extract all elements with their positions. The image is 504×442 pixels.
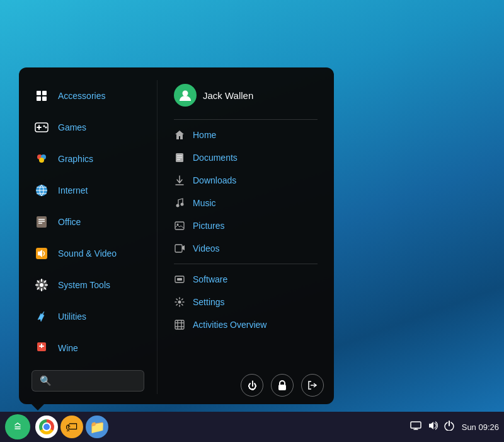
svg-point-22 bbox=[40, 283, 43, 287]
svg-point-39 bbox=[178, 301, 181, 304]
menu-item-wine[interactable]: Wine bbox=[25, 332, 151, 364]
separator-2 bbox=[174, 264, 318, 264]
svg-rect-45 bbox=[278, 385, 286, 390]
music-icon bbox=[173, 196, 186, 210]
search-bar[interactable]: 🔍 bbox=[32, 370, 144, 392]
menu-right-panel: Jack Wallen HomeDocumentsDownloadsMusicP… bbox=[158, 80, 334, 394]
svg-point-8 bbox=[45, 127, 47, 129]
systemtools-label: System Tools bbox=[58, 280, 110, 290]
music-label: Music bbox=[193, 198, 216, 208]
place-documents[interactable]: Documents bbox=[168, 146, 324, 169]
office-icon bbox=[32, 212, 52, 232]
settings-icon bbox=[173, 295, 186, 309]
search-icon: 🔍 bbox=[40, 375, 52, 387]
activities-label: Activities Overview bbox=[193, 320, 266, 330]
svg-rect-2 bbox=[37, 96, 41, 101]
svg-rect-40 bbox=[175, 320, 184, 329]
user-name: Jack Wallen bbox=[203, 90, 253, 101]
activities-icon bbox=[173, 318, 186, 332]
games-icon bbox=[32, 117, 52, 137]
software-icon bbox=[173, 272, 186, 286]
logout-button[interactable] bbox=[301, 374, 324, 397]
menu-left-panel: AccessoriesGamesGraphicsInternetOfficeSo… bbox=[19, 80, 158, 394]
videos-label: Videos bbox=[193, 243, 220, 253]
menu-item-graphics[interactable]: Graphics bbox=[25, 143, 151, 175]
internet-label: Internet bbox=[58, 185, 88, 195]
clock: Sun 09:26 bbox=[462, 422, 499, 432]
app-menu: AccessoriesGamesGraphicsInternetOfficeSo… bbox=[19, 67, 334, 404]
svg-rect-16 bbox=[37, 216, 47, 228]
home-icon bbox=[173, 128, 186, 142]
sound-label: Sound & Video bbox=[58, 248, 117, 259]
system-settings[interactable]: Settings bbox=[168, 291, 324, 313]
svg-rect-3 bbox=[42, 96, 47, 101]
start-button[interactable] bbox=[5, 414, 30, 439]
power-buttons: ⏻ bbox=[241, 374, 324, 397]
svg-rect-0 bbox=[37, 91, 41, 95]
documents-label: Documents bbox=[193, 153, 238, 163]
office-label: Office bbox=[58, 217, 81, 227]
place-pictures[interactable]: Pictures bbox=[168, 214, 324, 237]
taskbar: 🏷 📁 bbox=[0, 412, 504, 442]
power-button[interactable]: ⏻ bbox=[241, 374, 263, 397]
volume-icon[interactable] bbox=[428, 421, 438, 433]
graphics-label: Graphics bbox=[58, 154, 93, 164]
avatar bbox=[174, 84, 197, 107]
accessories-icon bbox=[32, 86, 52, 106]
svg-rect-34 bbox=[175, 222, 184, 230]
menu-tail bbox=[32, 404, 44, 410]
screen-icon[interactable] bbox=[410, 421, 421, 433]
systemtools-icon bbox=[32, 275, 52, 295]
menu-item-utilities[interactable]: Utilities bbox=[25, 301, 151, 332]
user-section[interactable]: Jack Wallen bbox=[168, 80, 324, 115]
taskbar-store[interactable]: 🏷 bbox=[60, 416, 83, 438]
place-music[interactable]: Music bbox=[168, 192, 324, 214]
system-tray bbox=[410, 421, 454, 433]
menu-item-internet[interactable]: Internet bbox=[25, 175, 151, 206]
internet-icon bbox=[32, 180, 52, 201]
taskbar-chrome[interactable] bbox=[35, 416, 58, 438]
software-label: Software bbox=[193, 274, 227, 284]
taskbar-power-icon[interactable] bbox=[444, 421, 454, 433]
taskbar-right: Sun 09:26 bbox=[410, 421, 499, 433]
svg-rect-48 bbox=[411, 422, 421, 428]
search-input[interactable] bbox=[57, 376, 136, 386]
svg-rect-1 bbox=[42, 91, 47, 95]
menu-item-sound[interactable]: Sound & Video bbox=[25, 238, 151, 269]
svg-point-26 bbox=[183, 91, 188, 96]
menu-item-systemtools[interactable]: System Tools bbox=[25, 269, 151, 301]
pictures-label: Pictures bbox=[193, 221, 225, 231]
place-downloads[interactable]: Downloads bbox=[168, 169, 324, 192]
wine-icon bbox=[32, 338, 52, 358]
svg-rect-38 bbox=[177, 278, 182, 281]
downloads-icon bbox=[173, 173, 186, 187]
system-activities[interactable]: Activities Overview bbox=[168, 313, 324, 336]
system-list: SoftwareSettingsActivities Overview bbox=[168, 268, 324, 336]
svg-rect-36 bbox=[175, 245, 182, 252]
pictures-icon bbox=[173, 219, 186, 233]
lock-button[interactable] bbox=[271, 374, 294, 397]
place-home[interactable]: Home bbox=[168, 124, 324, 146]
place-videos[interactable]: Videos bbox=[168, 237, 324, 260]
taskbar-apps: 🏷 📁 bbox=[35, 416, 410, 438]
wine-label: Wine bbox=[58, 343, 78, 353]
downloads-label: Downloads bbox=[193, 175, 236, 185]
accessories-label: Accessories bbox=[58, 91, 105, 101]
settings-label: Settings bbox=[193, 297, 225, 307]
svg-point-7 bbox=[43, 125, 45, 127]
home-label: Home bbox=[193, 130, 216, 140]
sound-icon bbox=[32, 243, 52, 264]
utilities-label: Utilities bbox=[58, 311, 86, 322]
menu-item-office[interactable]: Office bbox=[25, 206, 151, 238]
graphics-icon bbox=[32, 149, 52, 169]
menu-item-accessories[interactable]: Accessories bbox=[25, 80, 151, 112]
system-software[interactable]: Software bbox=[168, 268, 324, 291]
svg-point-32 bbox=[176, 204, 180, 207]
svg-point-33 bbox=[181, 203, 184, 206]
documents-icon bbox=[173, 151, 186, 165]
utilities-icon bbox=[32, 306, 52, 327]
videos-icon bbox=[173, 241, 186, 255]
taskbar-files[interactable]: 📁 bbox=[86, 416, 108, 438]
menu-item-games[interactable]: Games bbox=[25, 112, 151, 143]
games-label: Games bbox=[58, 122, 86, 132]
